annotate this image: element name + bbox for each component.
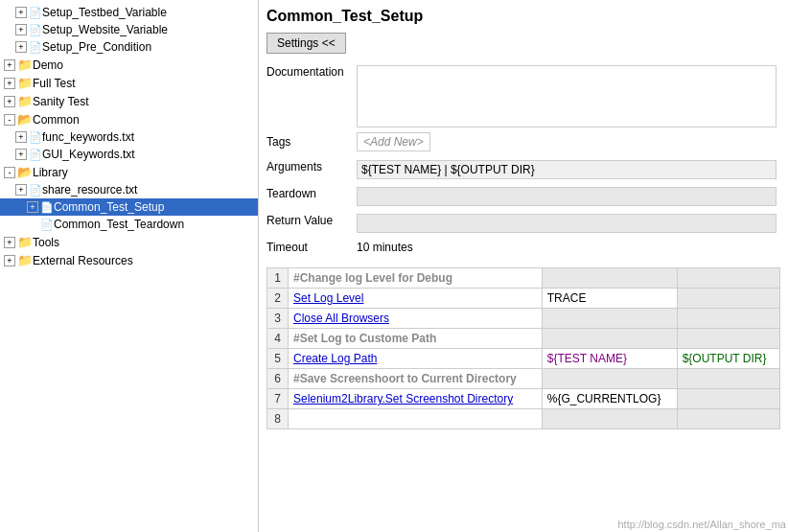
- row-action[interactable]: #Change log Level for Debug: [289, 268, 543, 289]
- folder-icon: 📁: [17, 253, 33, 267]
- teardown-label: Teardown: [267, 185, 353, 200]
- sidebar-item-common-test-setup[interactable]: + 📄 Common_Test_Setup: [0, 198, 258, 216]
- tags-row: Tags <Add New>: [267, 133, 780, 154]
- keyword-link[interactable]: Close All Browsers: [293, 312, 389, 325]
- row-col3[interactable]: [677, 389, 779, 409]
- row-action[interactable]: Selenium2Library.Set Screenshot Director…: [289, 389, 543, 409]
- sidebar-item-label: Common_Test_Setup: [54, 200, 164, 214]
- row-col3[interactable]: [677, 329, 779, 349]
- main-content: Common_Test_Setup Settings << Documentat…: [259, 0, 788, 532]
- sidebar-item-tools[interactable]: + 📁 Tools: [0, 233, 258, 251]
- row-col2[interactable]: [542, 268, 677, 289]
- arguments-value[interactable]: ${TEST NAME} | ${OUTPUT DIR}: [353, 158, 780, 181]
- file-icon: 📄: [40, 219, 54, 231]
- comment-text: #Change log Level for Debug: [293, 271, 452, 285]
- sidebar-item-sanity-test[interactable]: + 📁 Sanity Test: [0, 92, 258, 110]
- sidebar-item-demo[interactable]: + 📁 Demo: [0, 56, 258, 74]
- return-input[interactable]: [357, 214, 776, 233]
- sidebar-item-func-keywords[interactable]: + 📄 func_keywords.txt: [0, 128, 258, 146]
- expand-icon[interactable]: +: [4, 255, 15, 266]
- variable-text: ${TEST NAME}: [547, 352, 627, 365]
- sidebar-item-label: Common: [33, 113, 80, 127]
- row-action[interactable]: #Set Log to Custome Path: [289, 329, 543, 349]
- sidebar-item-setup-testbed[interactable]: + 📄 Setup_Testbed_Variable: [0, 4, 258, 21]
- keyword-link[interactable]: Set Log Level: [293, 291, 363, 305]
- sidebar: + 📄 Setup_Testbed_Variable + 📄 Setup_Web…: [0, 0, 259, 532]
- sidebar-item-label: Library: [33, 166, 68, 179]
- sidebar-item-gui-keywords[interactable]: + 📄 GUI_Keywords.txt: [0, 146, 258, 163]
- sidebar-item-external[interactable]: + 📁 External Resources: [0, 251, 258, 269]
- sidebar-item-label: share_resource.txt: [42, 183, 137, 197]
- expand-icon[interactable]: +: [4, 59, 15, 71]
- row-col3[interactable]: [677, 268, 779, 289]
- teardown-input[interactable]: [357, 187, 776, 206]
- return-value: [353, 212, 780, 235]
- documentation-area[interactable]: [357, 65, 776, 127]
- page-title: Common_Test_Setup: [267, 8, 780, 25]
- row-action[interactable]: #Save Screenshoort to Current Directory: [289, 369, 543, 389]
- file-icon: 📄: [29, 184, 42, 197]
- sidebar-item-setup-precond[interactable]: + 📄 Setup_Pre_Condition: [0, 38, 258, 56]
- keyword-link[interactable]: Selenium2Library.Set Screenshot Director…: [293, 392, 513, 405]
- sidebar-item-full-test[interactable]: + 📁 Full Test: [0, 74, 258, 92]
- arguments-input[interactable]: ${TEST NAME} | ${OUTPUT DIR}: [357, 160, 776, 179]
- row-col3[interactable]: [677, 289, 779, 309]
- row-number: 4: [267, 329, 289, 349]
- row-number: 3: [267, 309, 289, 329]
- tags-input[interactable]: <Add New>: [357, 132, 430, 151]
- expand-icon[interactable]: -: [4, 114, 15, 126]
- row-col2[interactable]: %{G_CURRENTLOG}: [542, 389, 677, 409]
- sidebar-item-setup-website[interactable]: + 📄 Setup_Website_Variable: [0, 21, 258, 38]
- expand-icon[interactable]: +: [15, 41, 27, 53]
- sidebar-item-common[interactable]: - 📂 Common: [0, 110, 258, 128]
- table-row: 3 Close All Browsers: [267, 309, 780, 329]
- expand-icon[interactable]: +: [27, 201, 38, 213]
- table-row: 4 #Set Log to Custome Path: [267, 329, 780, 349]
- row-number: 7: [267, 389, 289, 409]
- row-col2[interactable]: [542, 409, 677, 429]
- row-col3[interactable]: [677, 309, 779, 329]
- return-row: Return Value: [267, 212, 780, 235]
- folder-icon: 📁: [17, 94, 33, 108]
- row-number: 1: [267, 268, 289, 289]
- expand-icon[interactable]: +: [15, 24, 27, 35]
- expand-icon[interactable]: +: [4, 96, 15, 107]
- row-col3[interactable]: [677, 369, 779, 389]
- file-icon: 📄: [29, 7, 42, 19]
- settings-button[interactable]: Settings <<: [267, 33, 346, 54]
- expand-icon[interactable]: -: [4, 167, 15, 178]
- expand-icon[interactable]: +: [15, 184, 27, 196]
- expand-icon[interactable]: +: [4, 78, 15, 89]
- row-col2[interactable]: [542, 329, 677, 349]
- timeout-label: Timeout: [267, 239, 353, 254]
- tags-label: Tags: [267, 133, 353, 149]
- expand-icon[interactable]: +: [4, 237, 15, 248]
- sidebar-item-share-resource[interactable]: + 📄 share_resource.txt: [0, 181, 258, 198]
- row-col3[interactable]: ${OUTPUT DIR}: [677, 349, 779, 369]
- expand-icon[interactable]: +: [15, 131, 27, 143]
- row-col3[interactable]: [677, 409, 779, 429]
- row-action[interactable]: Set Log Level: [289, 289, 543, 309]
- sidebar-item-label: External Resources: [33, 254, 133, 267]
- sidebar-item-label: Sanity Test: [33, 95, 88, 108]
- sidebar-item-library[interactable]: - 📂 Library: [0, 163, 258, 181]
- form-section: Documentation Tags <Add New> Arguments $…: [267, 63, 780, 260]
- sidebar-item-label: Common_Test_Teardown: [54, 218, 184, 231]
- row-action[interactable]: Create Log Path: [289, 349, 543, 369]
- sidebar-item-label: func_keywords.txt: [42, 130, 134, 144]
- sidebar-item-label: Full Test: [33, 77, 75, 90]
- row-col2[interactable]: [542, 309, 677, 329]
- expand-icon[interactable]: +: [15, 7, 27, 18]
- folder-icon: 📂: [17, 165, 33, 179]
- keyword-link[interactable]: Create Log Path: [293, 352, 377, 365]
- row-col2[interactable]: ${TEST NAME}: [542, 349, 677, 369]
- expand-icon[interactable]: +: [15, 149, 27, 160]
- teardown-value: [353, 185, 780, 208]
- sidebar-item-label: GUI_Keywords.txt: [42, 148, 135, 161]
- row-col2[interactable]: TRACE: [542, 289, 677, 309]
- row-action[interactable]: Close All Browsers: [289, 309, 543, 329]
- row-col1[interactable]: [289, 409, 543, 429]
- row-col2[interactable]: [542, 369, 677, 389]
- sidebar-item-label: Setup_Pre_Condition: [42, 40, 151, 54]
- sidebar-item-common-test-teardown[interactable]: 📄 Common_Test_Teardown: [0, 216, 258, 233]
